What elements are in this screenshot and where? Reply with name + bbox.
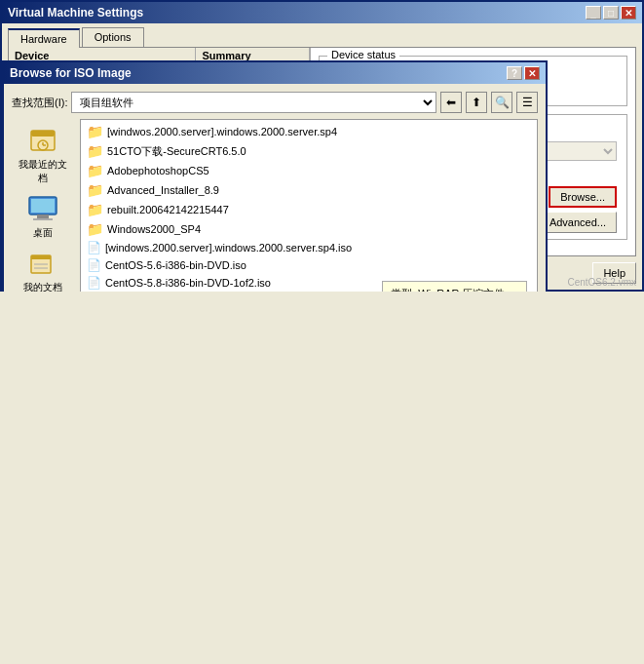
- browse-dialog: Browse for ISO Image ? ✕ 查找范围(I): 项目组软件 …: [2, 60, 548, 292]
- file-name: AdobephotoshopCS5: [107, 165, 209, 176]
- nav-search-button[interactable]: 🔍: [491, 92, 512, 113]
- file-name: [windows.2000.server].windows.2000.serve…: [105, 242, 352, 254]
- dialog-title-bar: Browse for ISO Image ? ✕: [4, 62, 546, 84]
- advanced-button[interactable]: Advanced...: [539, 212, 617, 233]
- list-item[interactable]: 📁 AdobephotoshopCS5: [83, 161, 535, 180]
- file-browser: 我最近的文档 桌面: [12, 119, 538, 292]
- folder-icon: 📁: [87, 202, 103, 217]
- title-bar-buttons: _ □ ✕: [586, 6, 636, 20]
- svg-rect-6: [37, 215, 49, 218]
- location-bar: 查找范围(I): 项目组软件 ⬅ ⬆ 🔍 ☰: [12, 92, 538, 113]
- file-name: CentOS-5.8-i386-bin-DVD-1of2.iso: [105, 277, 271, 289]
- title-bar: Virtual Machine Settings _ □ ✕: [2, 2, 642, 23]
- list-item[interactable]: 📁 Windows2000_SP4: [83, 219, 535, 239]
- tooltip-type: 类型: WinRAR 压缩文件: [391, 286, 518, 292]
- dialog-title-text: Browse for ISO Image: [10, 66, 132, 80]
- shortcut-mydocs[interactable]: 我的文档: [15, 246, 71, 292]
- shortcut-desktop[interactable]: 桌面: [15, 191, 71, 242]
- close-button[interactable]: ✕: [621, 6, 636, 20]
- main-window: Virtual Machine Settings _ □ ✕ Hardware …: [0, 0, 644, 292]
- file-tooltip: 类型: WinRAR 压缩文件 修改日期: 2012-5-15 14:50 大小…: [382, 281, 527, 292]
- list-item[interactable]: 📁 [windwos.2000.server].windows.2000.ser…: [83, 122, 535, 141]
- watermark: CentOS6.2.vmx: [567, 277, 636, 288]
- file-name: 51CTO下载-SecureCRT6.5.0: [107, 144, 246, 159]
- window-title: Virtual Machine Settings: [8, 6, 143, 20]
- svg-rect-8: [31, 199, 55, 213]
- device-status-label: Device status: [327, 49, 399, 60]
- file-list: 📁 [windwos.2000.server].windows.2000.ser…: [80, 119, 538, 292]
- file-name: Windows2000_SP4: [107, 223, 201, 235]
- svg-rect-10: [31, 255, 51, 259]
- mydocs-icon: [27, 248, 58, 279]
- list-item[interactable]: 📄 [windows.2000.server].windows.2000.ser…: [83, 239, 535, 256]
- browse-button[interactable]: Browse...: [549, 186, 617, 208]
- shortcut-recent-label: 我最近的文档: [17, 158, 69, 185]
- file-name: Advanced_Installer_8.9: [107, 184, 219, 196]
- minimize-button[interactable]: _: [586, 6, 601, 20]
- tab-options[interactable]: Options: [82, 27, 144, 47]
- nav-view-button[interactable]: ☰: [516, 92, 538, 113]
- list-item[interactable]: 📁 rebuilt.200642142215447: [83, 200, 535, 219]
- file-name: [windwos.2000.server].windows.2000.serve…: [107, 126, 337, 137]
- dialog-title-buttons: ? ✕: [507, 66, 540, 80]
- nav-up-button[interactable]: ⬆: [466, 92, 487, 113]
- list-item[interactable]: 📁 Advanced_Installer_8.9: [83, 180, 535, 200]
- dialog-help-button[interactable]: ?: [507, 66, 522, 80]
- folder-icon: 📁: [87, 124, 103, 139]
- iso-file-icon: 📄: [87, 258, 101, 272]
- file-name: CentOS-5.6-i386-bin-DVD.iso: [105, 259, 246, 271]
- list-item[interactable]: 📄 CentOS-5.6-i386-bin-DVD.iso: [83, 256, 535, 274]
- location-label: 查找范围(I):: [12, 96, 67, 110]
- shortcut-recent[interactable]: 我最近的文档: [15, 123, 71, 187]
- svg-rect-7: [33, 218, 53, 220]
- list-item[interactable]: 📁 51CTO下载-SecureCRT6.5.0: [83, 141, 535, 161]
- tab-hardware[interactable]: Hardware: [8, 28, 80, 48]
- svg-rect-1: [31, 131, 55, 137]
- iso-file-icon: 📄: [87, 276, 101, 290]
- shortcut-desktop-label: 桌面: [33, 226, 53, 240]
- dialog-body: 查找范围(I): 项目组软件 ⬅ ⬆ 🔍 ☰: [4, 84, 546, 292]
- recent-icon: [27, 125, 58, 156]
- file-name: rebuilt.200642142215447: [107, 204, 229, 215]
- folder-icon: 📁: [87, 221, 103, 237]
- folder-icon: 📁: [87, 143, 103, 159]
- left-shortcuts: 我最近的文档 桌面: [12, 119, 74, 292]
- desktop-icon: [27, 193, 58, 224]
- tab-bar: Hardware Options: [2, 23, 642, 47]
- iso-file-icon: 📄: [87, 241, 101, 254]
- folder-icon: 📁: [87, 182, 103, 198]
- shortcut-mydocs-label: 我的文档: [23, 281, 62, 292]
- location-dropdown[interactable]: 项目组软件: [71, 92, 436, 113]
- dialog-close-button[interactable]: ✕: [524, 66, 540, 80]
- nav-back-button[interactable]: ⬅: [440, 92, 462, 113]
- maximize-button[interactable]: □: [603, 6, 619, 20]
- folder-icon: 📁: [87, 163, 103, 178]
